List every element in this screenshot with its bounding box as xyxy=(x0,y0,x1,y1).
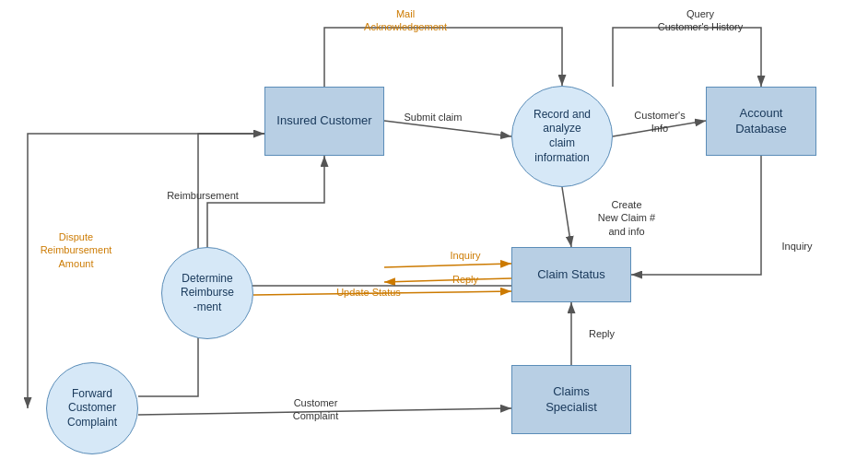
record-analyze-label: Record andanalyzeclaiminformation xyxy=(534,108,591,165)
determine-reimburse-label: DetermineReimburse-ment xyxy=(181,272,234,315)
reimbursement-label: Reimbursement xyxy=(157,189,249,202)
customer-complaint-label: CustomerComplaint xyxy=(267,396,364,423)
claim-status-node: Claim Status xyxy=(511,247,631,302)
claims-specialist-label: ClaimsSpecialist xyxy=(545,384,597,416)
update-status-label: Update Status xyxy=(323,286,415,299)
record-analyze-node: Record andanalyzeclaiminformation xyxy=(511,86,613,187)
diagram: Insured Customer Record andanalyzeclaimi… xyxy=(0,0,868,471)
claim-status-label: Claim Status xyxy=(537,267,605,283)
insured-customer-node: Insured Customer xyxy=(264,87,384,156)
determine-reimburse-node: DetermineReimburse-ment xyxy=(161,247,253,339)
forward-complaint-label: ForwardCustomerComplaint xyxy=(67,387,117,430)
dispute-label: DisputeReimbursementAmount xyxy=(32,230,120,270)
inquiry-up-label: Inquiry xyxy=(433,249,498,262)
inquiry-right-label: Inquiry xyxy=(769,240,825,253)
insured-customer-label: Insured Customer xyxy=(276,113,371,129)
query-history-label: QueryCustomer's History xyxy=(640,7,760,34)
svg-line-5 xyxy=(384,264,511,267)
reply-specialist-label: Reply xyxy=(579,327,625,340)
mail-ack-label: MailAcknowledgement xyxy=(350,7,461,34)
reply-down-label: Reply xyxy=(433,273,498,286)
submit-claim-label: Submit claim xyxy=(396,111,470,124)
create-claim-label: CreateNew Claim #and info xyxy=(576,198,677,238)
customers-info-label: Customer'sInfo xyxy=(623,109,697,135)
claims-specialist-node: ClaimsSpecialist xyxy=(511,365,631,434)
account-database-label: AccountDatabase xyxy=(735,106,787,137)
svg-line-4 xyxy=(562,187,571,247)
account-database-node: AccountDatabase xyxy=(706,87,816,156)
forward-complaint-node: ForwardCustomerComplaint xyxy=(46,362,138,454)
